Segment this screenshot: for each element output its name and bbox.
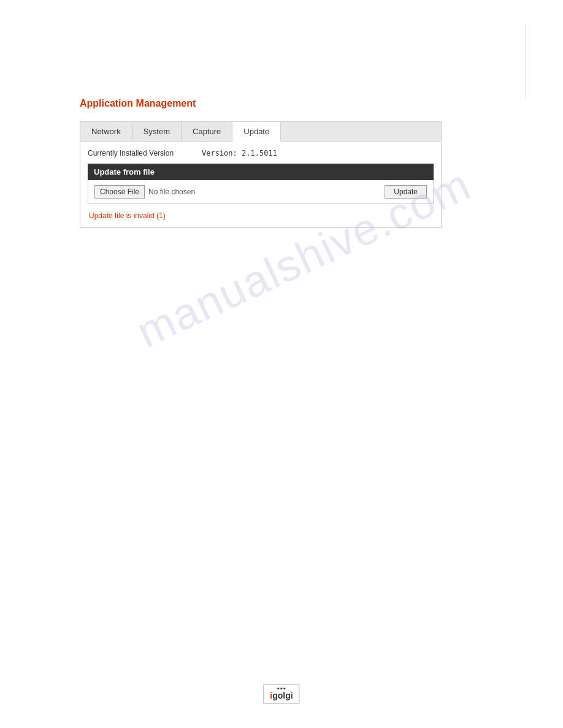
logo-dot-3: [283, 688, 285, 689]
page-title: Application Management: [80, 98, 526, 109]
page-container: Application Management Network System Ca…: [0, 0, 563, 728]
main-content: Application Management Network System Ca…: [0, 0, 563, 252]
footer: igolgi: [263, 682, 299, 703]
update-from-file-section: Update from file Choose File No file cho…: [88, 164, 434, 204]
logo-dots-row: igolgi: [270, 688, 293, 700]
installed-version-row: Currently Installed Version Version: 2.1…: [88, 149, 434, 157]
logo-box: igolgi: [263, 684, 299, 703]
tab-system[interactable]: System: [132, 122, 182, 142]
installed-version-value: Version: 2.1.5011: [202, 149, 277, 157]
tab-update[interactable]: Update: [232, 122, 281, 142]
error-message: Update file is invalid (1): [88, 211, 434, 220]
update-from-file-body: Choose File No file chosen Update: [88, 180, 434, 204]
logo-text: igolgi: [270, 691, 293, 700]
installed-version-label: Currently Installed Version: [88, 149, 192, 157]
logo-dot-1: [277, 688, 279, 689]
logo-dot-2: [280, 688, 282, 689]
panel: Network System Capture Update Currently …: [80, 121, 442, 228]
update-button[interactable]: Update: [385, 185, 427, 199]
no-file-text: No file chosen: [148, 188, 195, 196]
file-input-area: Choose File No file chosen: [94, 185, 195, 199]
tab-network[interactable]: Network: [80, 122, 132, 142]
panel-body: Currently Installed Version Version: 2.1…: [80, 142, 441, 227]
choose-file-button[interactable]: Choose File: [94, 185, 145, 199]
tab-capture[interactable]: Capture: [182, 122, 232, 142]
logo-main: golgi: [272, 691, 293, 700]
right-border-line: [526, 25, 526, 98]
update-from-file-header: Update from file: [88, 164, 434, 180]
tabs-bar: Network System Capture Update: [80, 122, 441, 142]
logo-dots: [277, 688, 285, 689]
